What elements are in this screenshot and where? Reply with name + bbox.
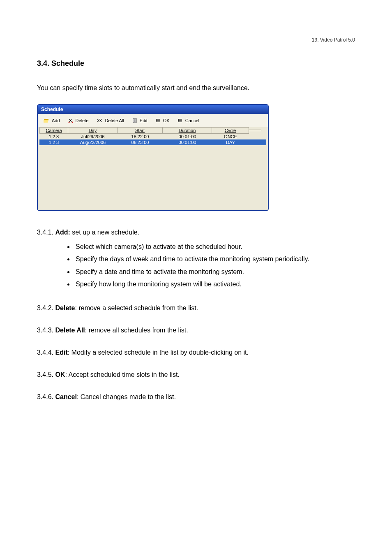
item-edit: 3.4.4. Edit: Modify a selected schedule … xyxy=(37,348,355,358)
item-label: Delete xyxy=(55,304,75,311)
svg-point-6 xyxy=(178,119,179,120)
delete-all-button[interactable]: Delete All xyxy=(92,116,128,125)
add-button[interactable]: Add xyxy=(39,116,64,125)
cancel-label: Cancel xyxy=(185,118,199,123)
schedule-dialog: Schedule Add Delete Delete All Edit OK xyxy=(37,104,269,211)
section-title: 3.4. Schedule xyxy=(37,59,355,68)
col-extra[interactable] xyxy=(249,130,261,131)
cell-day: Jul/29/2006 xyxy=(68,134,118,139)
ok-button[interactable]: OK xyxy=(152,116,174,125)
item-num: 3.4.1. xyxy=(37,229,55,236)
item-text: : Cancel changes made to the list. xyxy=(77,393,176,400)
bullet: Specify how long the monitoring system w… xyxy=(74,278,355,290)
table-row[interactable]: 1 2 3 Jul/29/2006 18:22:00 00:01:00 ONCE xyxy=(39,134,266,139)
item-num: 3.4.3. xyxy=(37,327,55,334)
edit-label: Edit xyxy=(140,118,148,123)
svg-point-1 xyxy=(71,122,73,123)
edit-button[interactable]: Edit xyxy=(128,116,152,125)
item-num: 3.4.4. xyxy=(37,349,55,356)
cell-start: 18:22:00 xyxy=(118,134,163,139)
item-num: 3.4.6. xyxy=(37,393,55,400)
scissors-multi-icon xyxy=(97,118,102,123)
cell-camera: 1 2 3 xyxy=(39,134,68,139)
item-label: Delete All xyxy=(55,327,85,334)
bullet: Specify the days of week and time to act… xyxy=(74,253,355,265)
item-text: : Modify a selected schedule in the list… xyxy=(68,349,249,356)
item-cancel: 3.4.6. Cancel: Cancel changes made to th… xyxy=(37,392,355,402)
scissors-icon xyxy=(68,118,73,123)
item-num: 3.4.2. xyxy=(37,304,55,311)
cell-cycle: ONCE xyxy=(212,134,249,139)
col-camera[interactable]: Camera xyxy=(39,127,68,134)
col-duration[interactable]: Duration xyxy=(163,127,212,134)
cancel-button[interactable]: Cancel xyxy=(174,116,203,125)
cell-cycle: DAY xyxy=(212,139,249,145)
svg-point-7 xyxy=(178,120,179,121)
delete-button[interactable]: Delete xyxy=(64,116,93,125)
page-header-right: 19. Video Patrol 5.0 xyxy=(37,37,355,43)
schedule-list: Camera Day Start Duration Cycle 1 2 3 Ju… xyxy=(38,127,268,210)
delete-all-label: Delete All xyxy=(105,118,124,123)
folder-open-icon xyxy=(44,118,49,123)
svg-point-3 xyxy=(156,119,157,120)
item-label: Cancel xyxy=(55,393,76,400)
cell-duration: 00:01:00 xyxy=(163,134,212,139)
cell-camera: 1 2 3 xyxy=(39,139,68,145)
item-label: OK xyxy=(55,371,65,378)
list-header: Camera Day Start Duration Cycle xyxy=(39,127,266,134)
svg-point-0 xyxy=(68,122,69,123)
col-cycle[interactable]: Cycle xyxy=(212,127,249,134)
item-text: : remove a selected schedule from the li… xyxy=(75,304,198,311)
document-icon xyxy=(132,118,137,123)
cell-start: 06:23:00 xyxy=(118,139,163,145)
svg-point-5 xyxy=(156,121,157,122)
ok-label: OK xyxy=(163,118,170,123)
cell-day: Aug/22/2006 xyxy=(68,139,118,145)
bullet: Select which camera(s) to activate at th… xyxy=(74,241,355,253)
item-add: 3.4.1. Add: set up a new schedule. xyxy=(37,228,355,237)
dialog-toolbar: Add Delete Delete All Edit OK Cancel xyxy=(38,114,268,127)
item-ok: 3.4.5. OK: Accept scheduled time slots i… xyxy=(37,370,355,380)
item-label: Add: xyxy=(55,229,70,236)
list-empty-area xyxy=(39,145,266,207)
item-delete: 3.4.2. Delete: remove a selected schedul… xyxy=(37,303,355,313)
item-text: set up a new schedule. xyxy=(70,229,139,236)
section-intro: You can specify time slots to automatica… xyxy=(37,84,355,92)
dialog-title: Schedule xyxy=(38,105,268,114)
item-delete-all: 3.4.3. Delete All: remove all schedules … xyxy=(37,325,355,335)
delete-label: Delete xyxy=(76,118,89,123)
svg-point-8 xyxy=(178,121,179,122)
item-text: : remove all schedules from the list. xyxy=(85,327,188,334)
bullet: Specify a date and time to activate the … xyxy=(74,266,355,278)
svg-point-4 xyxy=(156,120,157,121)
cell-duration: 00:01:00 xyxy=(163,139,212,145)
col-day[interactable]: Day xyxy=(68,127,118,134)
col-start[interactable]: Start xyxy=(118,127,163,134)
item-add-bullets: Select which camera(s) to activate at th… xyxy=(37,241,355,291)
table-row[interactable]: 1 2 3 Aug/22/2006 06:23:00 00:01:00 DAY xyxy=(39,139,266,145)
list-icon xyxy=(178,118,183,123)
list-icon xyxy=(156,118,161,123)
add-label: Add xyxy=(52,118,60,123)
item-num: 3.4.5. xyxy=(37,371,55,378)
item-label: Edit xyxy=(55,349,67,356)
item-text: : Accept scheduled time slots in the lis… xyxy=(65,371,179,378)
